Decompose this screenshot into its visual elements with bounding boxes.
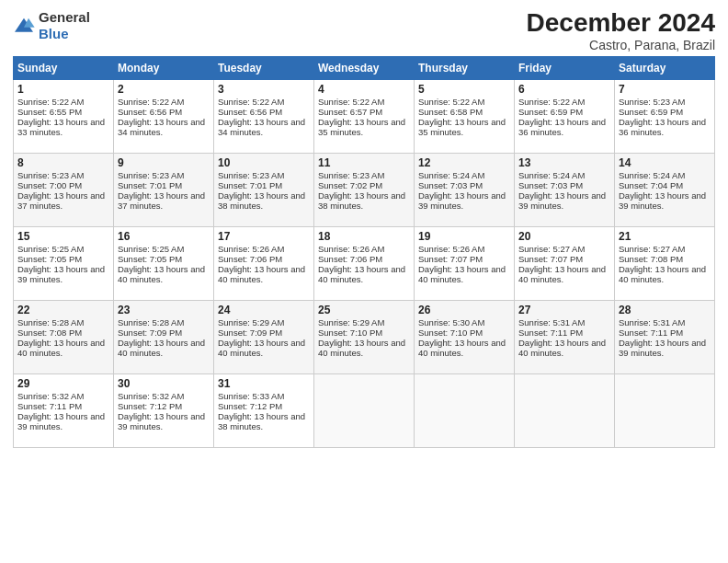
daylight: Daylight: 13 hours and 33 minutes. bbox=[17, 117, 105, 137]
daylight: Daylight: 13 hours and 34 minutes. bbox=[218, 117, 305, 137]
day-number: 24 bbox=[218, 304, 310, 316]
daylight: Daylight: 13 hours and 35 minutes. bbox=[418, 117, 506, 137]
sunset: Sunset: 7:11 PM bbox=[518, 327, 583, 338]
day-number: 15 bbox=[17, 230, 109, 243]
daylight: Daylight: 13 hours and 36 minutes. bbox=[518, 117, 606, 137]
sunset: Sunset: 7:10 PM bbox=[418, 327, 483, 338]
month-title: December 2024 bbox=[527, 9, 715, 38]
calendar-cell: 29Sunrise: 5:32 AMSunset: 7:11 PMDayligh… bbox=[14, 373, 114, 447]
calendar-cell: 31Sunrise: 5:33 AMSunset: 7:12 PMDayligh… bbox=[214, 373, 314, 447]
sunset: Sunset: 7:00 PM bbox=[17, 180, 82, 190]
calendar-cell: 23Sunrise: 5:28 AMSunset: 7:09 PMDayligh… bbox=[114, 300, 214, 373]
sunset: Sunset: 6:55 PM bbox=[17, 107, 82, 117]
calendar-table: Sunday Monday Tuesday Wednesday Thursday… bbox=[13, 56, 715, 448]
sunset: Sunset: 7:07 PM bbox=[418, 254, 483, 264]
sunrise: Sunrise: 5:24 AM bbox=[418, 170, 484, 180]
sunrise: Sunrise: 5:33 AM bbox=[218, 391, 284, 401]
sunrise: Sunrise: 5:26 AM bbox=[418, 244, 484, 254]
daylight: Daylight: 13 hours and 39 minutes. bbox=[17, 411, 105, 431]
sunrise: Sunrise: 5:31 AM bbox=[518, 317, 585, 327]
day-number: 21 bbox=[619, 230, 711, 243]
daylight: Daylight: 13 hours and 37 minutes. bbox=[118, 190, 205, 211]
calendar-cell: 17Sunrise: 5:26 AMSunset: 7:06 PMDayligh… bbox=[214, 226, 314, 300]
header-monday: Monday bbox=[114, 56, 214, 79]
calendar-cell: 22Sunrise: 5:28 AMSunset: 7:08 PMDayligh… bbox=[14, 300, 114, 373]
day-number: 9 bbox=[118, 156, 210, 169]
location-title: Castro, Parana, Brazil bbox=[527, 38, 715, 52]
calendar-cell: 20Sunrise: 5:27 AMSunset: 7:07 PMDayligh… bbox=[515, 226, 615, 300]
sunset: Sunset: 7:08 PM bbox=[17, 327, 82, 338]
sunrise: Sunrise: 5:22 AM bbox=[418, 97, 484, 107]
calendar-cell: 3Sunrise: 5:22 AMSunset: 6:56 PMDaylight… bbox=[214, 79, 314, 153]
day-number: 31 bbox=[218, 377, 310, 390]
sunrise: Sunrise: 5:28 AM bbox=[118, 317, 184, 327]
sunrise: Sunrise: 5:30 AM bbox=[418, 317, 484, 327]
header-sunday: Sunday bbox=[14, 56, 114, 79]
daylight: Daylight: 13 hours and 40 minutes. bbox=[418, 264, 506, 284]
calendar-cell bbox=[615, 373, 715, 447]
sunset: Sunset: 6:59 PM bbox=[619, 107, 683, 117]
day-number: 30 bbox=[118, 377, 210, 390]
logo-icon bbox=[13, 17, 35, 35]
sunset: Sunset: 6:56 PM bbox=[118, 107, 182, 117]
daylight: Daylight: 13 hours and 39 minutes. bbox=[118, 411, 205, 431]
calendar-cell: 24Sunrise: 5:29 AMSunset: 7:09 PMDayligh… bbox=[214, 300, 314, 373]
sunset: Sunset: 7:09 PM bbox=[218, 327, 282, 338]
calendar-cell: 14Sunrise: 5:24 AMSunset: 7:04 PMDayligh… bbox=[615, 153, 715, 226]
day-number: 20 bbox=[518, 230, 610, 243]
daylight: Daylight: 13 hours and 40 minutes. bbox=[118, 338, 205, 358]
sunset: Sunset: 7:02 PM bbox=[318, 180, 382, 190]
logo: General Blue bbox=[13, 9, 90, 42]
daylight: Daylight: 13 hours and 40 minutes. bbox=[318, 338, 405, 358]
day-number: 12 bbox=[418, 156, 510, 169]
sunset: Sunset: 7:05 PM bbox=[118, 254, 182, 264]
daylight: Daylight: 13 hours and 37 minutes. bbox=[17, 190, 105, 211]
day-number: 17 bbox=[218, 230, 310, 243]
sunrise: Sunrise: 5:22 AM bbox=[17, 97, 84, 107]
daylight: Daylight: 13 hours and 40 minutes. bbox=[17, 338, 105, 358]
daylight: Daylight: 13 hours and 40 minutes. bbox=[218, 264, 305, 284]
day-number: 27 bbox=[518, 304, 610, 316]
sunset: Sunset: 7:06 PM bbox=[318, 254, 382, 264]
daylight: Daylight: 13 hours and 39 minutes. bbox=[17, 264, 105, 284]
daylight: Daylight: 13 hours and 40 minutes. bbox=[619, 264, 706, 284]
sunset: Sunset: 6:57 PM bbox=[318, 107, 382, 117]
day-number: 13 bbox=[518, 156, 610, 169]
sunrise: Sunrise: 5:27 AM bbox=[619, 244, 685, 254]
day-number: 3 bbox=[218, 83, 310, 96]
daylight: Daylight: 13 hours and 40 minutes. bbox=[518, 338, 606, 358]
sunset: Sunset: 7:01 PM bbox=[218, 180, 282, 190]
header-thursday: Thursday bbox=[415, 56, 515, 79]
day-number: 6 bbox=[518, 83, 610, 96]
daylight: Daylight: 13 hours and 38 minutes. bbox=[218, 190, 305, 211]
daylight: Daylight: 13 hours and 39 minutes. bbox=[518, 190, 606, 211]
sunset: Sunset: 7:10 PM bbox=[318, 327, 382, 338]
sunrise: Sunrise: 5:23 AM bbox=[318, 170, 384, 180]
calendar-cell: 15Sunrise: 5:25 AMSunset: 7:05 PMDayligh… bbox=[14, 226, 114, 300]
sunrise: Sunrise: 5:22 AM bbox=[118, 97, 184, 107]
day-number: 4 bbox=[318, 83, 410, 96]
sunrise: Sunrise: 5:26 AM bbox=[318, 244, 384, 254]
calendar-cell: 4Sunrise: 5:22 AMSunset: 6:57 PMDaylight… bbox=[314, 79, 415, 153]
day-number: 29 bbox=[17, 377, 109, 390]
calendar-cell: 6Sunrise: 5:22 AMSunset: 6:59 PMDaylight… bbox=[515, 79, 615, 153]
sunrise: Sunrise: 5:23 AM bbox=[619, 97, 685, 107]
sunset: Sunset: 6:56 PM bbox=[218, 107, 282, 117]
day-number: 22 bbox=[17, 304, 109, 316]
header: General Blue December 2024 Castro, Paran… bbox=[13, 9, 715, 52]
calendar-cell: 8Sunrise: 5:23 AMSunset: 7:00 PMDaylight… bbox=[14, 153, 114, 226]
sunset: Sunset: 7:04 PM bbox=[619, 180, 683, 190]
sunset: Sunset: 7:03 PM bbox=[418, 180, 483, 190]
sunset: Sunset: 7:03 PM bbox=[518, 180, 583, 190]
header-wednesday: Wednesday bbox=[314, 56, 415, 79]
day-number: 14 bbox=[619, 156, 711, 169]
daylight: Daylight: 13 hours and 39 minutes. bbox=[418, 190, 506, 211]
sunrise: Sunrise: 5:27 AM bbox=[518, 244, 585, 254]
daylight: Daylight: 13 hours and 40 minutes. bbox=[318, 264, 405, 284]
calendar-cell: 19Sunrise: 5:26 AMSunset: 7:07 PMDayligh… bbox=[415, 226, 515, 300]
day-number: 1 bbox=[17, 83, 109, 96]
daylight: Daylight: 13 hours and 35 minutes. bbox=[318, 117, 405, 137]
day-number: 8 bbox=[17, 156, 109, 169]
daylight: Daylight: 13 hours and 36 minutes. bbox=[619, 117, 706, 137]
header-tuesday: Tuesday bbox=[214, 56, 314, 79]
